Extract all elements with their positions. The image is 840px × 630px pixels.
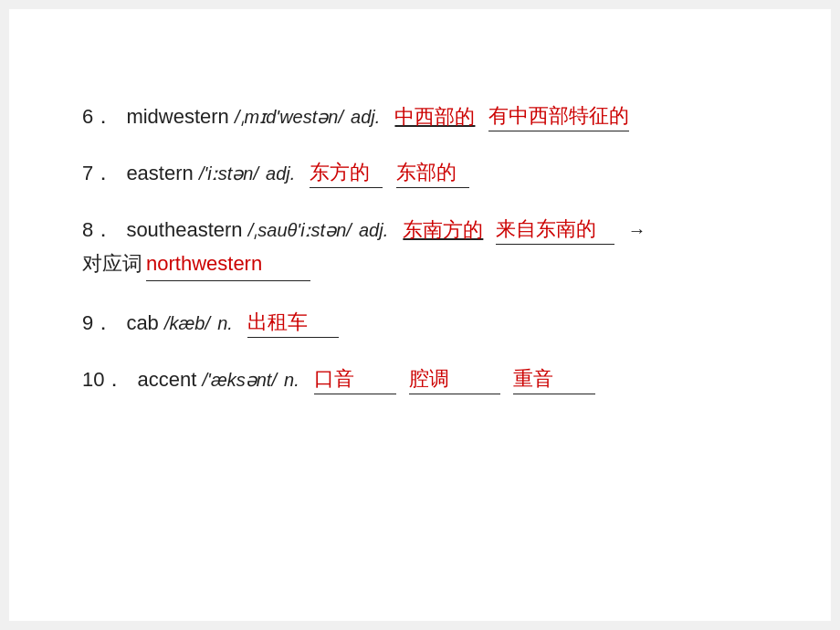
- item-10-word: accent: [138, 368, 197, 391]
- item-7-blank1: 东方的: [310, 157, 383, 188]
- item-9-word: cab: [126, 311, 158, 334]
- page-container: 6． midwestern /ˌmɪd'westən/ adj. 中西部的 有中…: [0, 0, 840, 630]
- item-10-blank1: 口音: [314, 363, 396, 394]
- item-8-corresponding: 对应词 northwestern: [82, 248, 758, 281]
- item-8-arrow: →: [628, 220, 646, 240]
- vocab-item-9: 9． cab /kæb/ n. 出租车: [82, 307, 758, 338]
- item-9-blank1: 出租车: [247, 307, 339, 338]
- item-6-blank: 有中西部特征的: [488, 100, 629, 131]
- item-7-blank2: 东部的: [396, 157, 469, 188]
- item-7-phonetic: /'iːstən/: [199, 163, 258, 184]
- item-8-phonetic: /ˌsauθ'iːstən/: [248, 220, 352, 240]
- item-6-pos: adj.: [351, 107, 380, 127]
- item-10-phonetic: /'æksənt/: [203, 370, 277, 390]
- northwestern-value: northwestern: [146, 248, 310, 281]
- item-10-def1: 口音: [314, 367, 354, 390]
- item-6-def1: 中西部的: [394, 105, 475, 128]
- vocab-item-7: 7． eastern /'iːstən/ adj. 东方的 东部的: [82, 157, 758, 188]
- item-10-def2: 腔调: [409, 367, 449, 390]
- item-6-number: 6．: [82, 105, 113, 128]
- item-6-word: midwestern: [126, 105, 228, 128]
- item-7-word: eastern: [126, 162, 193, 184]
- item-9-phonetic: /kæb/: [164, 313, 210, 333]
- item-8-def1: 东南方的: [403, 218, 483, 241]
- item-8-number: 8．: [82, 218, 113, 241]
- item-6-phonetic: /ˌmɪd'westən/: [235, 107, 343, 127]
- item-10-number: 10．: [82, 368, 124, 391]
- item-8-pos: adj.: [359, 220, 388, 240]
- item-10-blank2: 腔调: [409, 363, 500, 394]
- item-10-pos: n.: [284, 370, 299, 390]
- item-7-pos: adj.: [266, 163, 295, 184]
- item-10-blank3: 重音: [513, 363, 595, 394]
- item-10-def3: 重音: [513, 367, 553, 390]
- vocab-item-10: 10． accent /'æksənt/ n. 口音 腔调 重音: [82, 363, 758, 394]
- northwestern-text: northwestern: [146, 252, 262, 275]
- item-7-number: 7．: [82, 162, 113, 184]
- vocab-item-6: 6． midwestern /ˌmɪd'westən/ adj. 中西部的 有中…: [82, 100, 758, 131]
- item-9-def1: 出租车: [247, 310, 308, 333]
- item-9-number: 9．: [82, 311, 113, 334]
- item-8-def2: 来自东南的: [496, 217, 596, 240]
- item-8-word: southeastern: [126, 218, 242, 241]
- item-7-def1: 东方的: [310, 161, 370, 184]
- item-6-def2: 有中西部特征的: [488, 104, 629, 127]
- corresponding-label: 对应词: [82, 248, 142, 278]
- slide: 6． midwestern /ˌmɪd'westən/ adj. 中西部的 有中…: [9, 9, 831, 621]
- item-7-def2: 东部的: [396, 161, 457, 184]
- vocab-list: 6． midwestern /ˌmɪd'westən/ adj. 中西部的 有中…: [82, 100, 758, 394]
- item-9-pos: n.: [217, 313, 233, 333]
- item-8-blank: 来自东南的: [496, 214, 614, 245]
- vocab-item-8: 8． southeastern /ˌsauθ'iːstən/ adj. 东南方的…: [82, 214, 758, 281]
